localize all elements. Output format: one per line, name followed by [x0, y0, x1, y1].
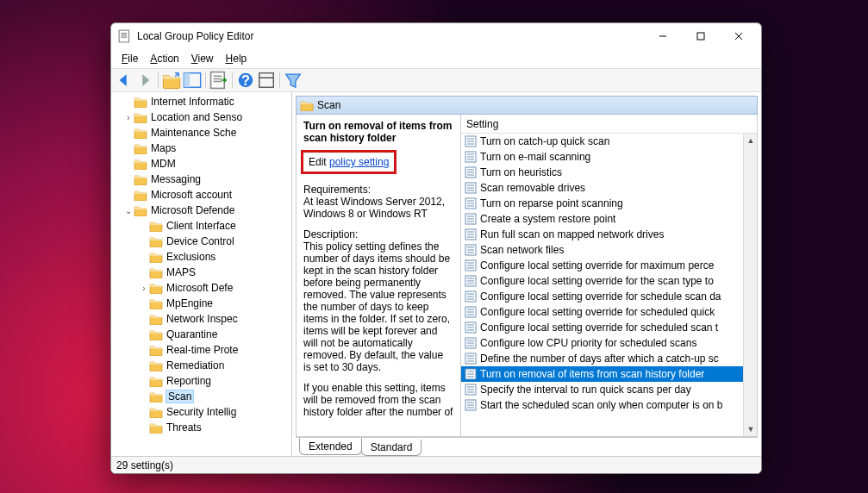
close-button[interactable] — [720, 23, 758, 49]
tree-item-label: MAPS — [166, 266, 196, 278]
expander-icon[interactable]: › — [123, 113, 134, 122]
tree-item[interactable]: Messaging — [111, 172, 291, 187]
tree-item[interactable]: MAPS — [111, 265, 291, 280]
settings-list[interactable]: Turn on catch-up quick scanTurn on e-mai… — [461, 134, 757, 436]
tree-item[interactable]: ⌄Microsoft Defende — [111, 203, 291, 218]
setting-row[interactable]: Create a system restore point — [461, 211, 757, 227]
tree-item-label: Reporting — [166, 375, 211, 387]
policy-icon — [465, 197, 477, 209]
tree-item[interactable]: Maintenance Sche — [111, 125, 291, 140]
menu-view[interactable]: View — [186, 51, 219, 66]
setting-row[interactable]: Turn on e-mail scanning — [461, 149, 757, 165]
edit-policy-link[interactable]: policy setting — [329, 156, 389, 168]
policy-icon — [465, 182, 477, 194]
tree-item[interactable]: Reporting — [111, 373, 291, 389]
up-button[interactable] — [162, 71, 181, 90]
setting-row[interactable]: Configure local setting override for sch… — [461, 320, 757, 335]
tree-item[interactable]: Exclusions — [111, 249, 291, 265]
tree-item[interactable]: Maps — [111, 140, 291, 156]
properties-button[interactable] — [257, 71, 276, 90]
settings-col-header[interactable]: Setting — [461, 115, 757, 134]
titlebar[interactable]: Local Group Policy Editor — [111, 23, 761, 49]
maximize-button[interactable] — [682, 23, 720, 49]
setting-row[interactable]: Configure local setting override for the… — [461, 273, 757, 289]
setting-label: Turn on e-mail scanning — [480, 151, 590, 163]
help-button[interactable]: ? — [236, 71, 255, 90]
setting-label: Turn on removal of items from scan histo… — [480, 368, 704, 380]
tree-item[interactable]: Real-time Prote — [111, 342, 291, 358]
setting-label: Configure low CPU priority for scheduled… — [480, 337, 696, 349]
tab-extended[interactable]: Extended — [299, 438, 362, 455]
tree-item[interactable]: Remediation — [111, 358, 291, 373]
export-button[interactable] — [209, 71, 228, 90]
tree-item-label: Microsoft Defe — [166, 282, 233, 294]
setting-row[interactable]: Scan network files — [461, 242, 757, 258]
setting-row[interactable]: Configure low CPU priority for scheduled… — [461, 335, 757, 351]
tree-item[interactable]: Network Inspec — [111, 311, 291, 327]
tree-item[interactable]: ›Microsoft Defe — [111, 280, 291, 296]
policy-icon — [465, 290, 477, 303]
scroll-up-icon[interactable]: ▲ — [744, 134, 757, 147]
tree-item[interactable]: Device Control — [111, 234, 291, 249]
tree-item-label: Maintenance Sche — [151, 127, 236, 139]
setting-row[interactable]: Scan removable drives — [461, 180, 757, 196]
setting-row[interactable]: Configure local setting override for sch… — [461, 289, 757, 304]
tree-item-label: Exclusions — [166, 251, 215, 263]
tree-item[interactable]: Microsoft account — [111, 187, 291, 203]
folder-icon — [149, 421, 163, 434]
setting-row[interactable]: Configure local setting override for max… — [461, 258, 757, 273]
setting-row[interactable]: Turn on removal of items from scan histo… — [461, 366, 757, 382]
folder-icon — [149, 406, 163, 418]
details-pane: Scan Turn on removal of items from scan … — [292, 92, 761, 456]
tree-item[interactable]: Client Interface — [111, 218, 291, 234]
tree-item[interactable]: MpEngine — [111, 296, 291, 311]
svg-rect-9 — [697, 33, 704, 40]
show-hide-tree-button[interactable] — [183, 71, 202, 90]
setting-row[interactable]: Configure local setting override for sch… — [461, 304, 757, 320]
expander-icon[interactable]: ⌄ — [123, 206, 134, 215]
info-column: Turn on removal of items from scan histo… — [297, 115, 460, 436]
setting-row[interactable]: Start the scheduled scan only when compu… — [461, 397, 757, 413]
edit-label: Edit — [309, 156, 329, 168]
tree-item[interactable]: Quarantine — [111, 327, 291, 342]
policy-icon — [465, 259, 477, 271]
expander-icon[interactable]: › — [139, 284, 149, 293]
filter-button[interactable] — [284, 71, 303, 90]
forward-button[interactable] — [135, 71, 154, 90]
tree-item[interactable]: Threats — [111, 420, 291, 435]
tree-item[interactable]: Internet Informatic — [111, 94, 291, 109]
setting-row[interactable]: Turn on catch-up quick scan — [461, 134, 757, 149]
policy-icon — [465, 353, 477, 365]
tree-item[interactable]: MDM — [111, 156, 291, 172]
vertical-scrollbar[interactable]: ▲ ▼ — [743, 134, 757, 436]
menu-help[interactable]: Help — [221, 51, 253, 66]
policy-icon — [465, 368, 477, 380]
tree-item[interactable]: Security Intellig — [111, 404, 291, 420]
setting-row[interactable]: Turn on reparse point scanning — [461, 196, 757, 211]
policy-icon — [465, 399, 477, 411]
client-area: Internet Informatic›Location and SensoMa… — [111, 92, 761, 456]
menu-file[interactable]: File — [116, 51, 143, 66]
setting-row[interactable]: Run full scan on mapped network drives — [461, 227, 757, 242]
tab-standard[interactable]: Standard — [361, 440, 422, 456]
policy-icon — [465, 166, 477, 178]
folder-icon — [134, 111, 147, 123]
setting-row[interactable]: Define the number of days after which a … — [461, 351, 757, 366]
status-text: 29 setting(s) — [116, 459, 173, 471]
tree-item[interactable]: Scan — [111, 389, 291, 404]
back-button[interactable] — [115, 71, 134, 90]
tree-item[interactable]: ›Location and Senso — [111, 109, 291, 125]
description-label: Description: — [303, 228, 453, 240]
folder-icon — [149, 313, 163, 325]
folder-icon — [134, 96, 147, 108]
scroll-down-icon[interactable]: ▼ — [744, 422, 757, 436]
statusbar: 29 setting(s) — [111, 456, 761, 473]
tree-pane[interactable]: Internet Informatic›Location and SensoMa… — [111, 92, 292, 456]
minimize-button[interactable] — [644, 23, 682, 49]
setting-row[interactable]: Specify the interval to run quick scans … — [461, 382, 757, 397]
folder-icon — [134, 158, 147, 170]
folder-icon — [300, 99, 314, 111]
menu-action[interactable]: Action — [145, 51, 184, 66]
setting-row[interactable]: Turn on heuristics — [461, 165, 757, 180]
folder-icon — [149, 375, 163, 387]
